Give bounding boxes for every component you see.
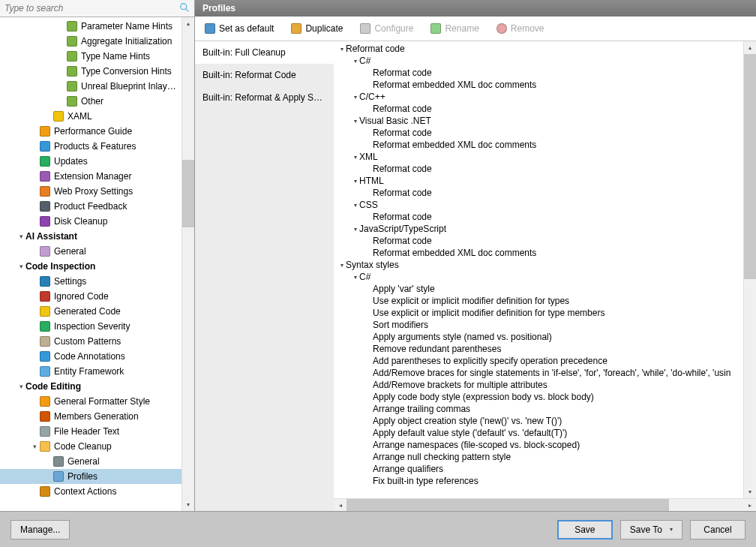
sidebar-item-label: Parameter Name Hints bbox=[81, 21, 178, 32]
duplicate-button[interactable]: Duplicate bbox=[287, 21, 346, 36]
details-row[interactable]: Add/Remove braces for single statements … bbox=[334, 367, 743, 379]
scroll-up-arrow[interactable]: ▴ bbox=[744, 41, 756, 54]
details-row[interactable]: ▾C# bbox=[334, 55, 743, 67]
details-row[interactable]: Apply arguments style (named vs. positio… bbox=[334, 331, 743, 343]
sidebar-item[interactable]: Generated Code bbox=[0, 304, 182, 319]
details-row[interactable]: ▾Visual Basic .NET bbox=[334, 115, 743, 127]
sidebar-item[interactable]: ▾AI Assistant bbox=[0, 229, 182, 244]
sidebar-item[interactable]: Extension Manager bbox=[0, 169, 182, 184]
sidebar-item[interactable]: Parameter Name Hints bbox=[0, 19, 182, 34]
sidebar-item[interactable]: Custom Patterns bbox=[0, 334, 182, 349]
sidebar-scrollbar[interactable]: ▴ ▾ bbox=[182, 17, 194, 511]
sidebar-item[interactable]: Entity Framework bbox=[0, 364, 182, 379]
sidebar-item[interactable]: Products & Features bbox=[0, 139, 182, 154]
details-row[interactable]: Reformat code bbox=[334, 127, 743, 139]
scroll-up-arrow[interactable]: ▴ bbox=[182, 17, 194, 30]
annot-icon bbox=[39, 350, 51, 362]
details-row[interactable]: Apply object creation style ('new()' vs.… bbox=[334, 415, 743, 427]
sidebar-item[interactable]: ▾Code Inspection bbox=[0, 259, 182, 274]
sidebar-item[interactable]: Web Proxy Settings bbox=[0, 184, 182, 199]
file-icon bbox=[52, 110, 64, 122]
sidebar-item[interactable]: Other bbox=[0, 94, 182, 109]
details-row[interactable]: Apply default value style ('default' vs.… bbox=[334, 427, 743, 439]
sidebar-item[interactable]: General bbox=[0, 244, 182, 259]
details-row[interactable]: ▾C/C++ bbox=[334, 91, 743, 103]
details-row[interactable]: Reformat code bbox=[334, 235, 743, 247]
scroll-down-arrow[interactable]: ▾ bbox=[744, 485, 756, 498]
details-row[interactable]: Arrange trailing commas bbox=[334, 403, 743, 415]
sidebar-item[interactable]: Members Generation bbox=[0, 409, 182, 424]
details-row[interactable]: Reformat code bbox=[334, 163, 743, 175]
details-vscrollbar[interactable]: ▴ ▾ bbox=[743, 41, 756, 498]
wrench-icon bbox=[52, 455, 64, 467]
profile-item[interactable]: Built-in: Full Cleanup bbox=[195, 41, 334, 64]
sidebar-item[interactable]: Unreal Blueprint Inlay Hints bbox=[0, 79, 182, 94]
sidebar-item[interactable]: Product Feedback bbox=[0, 199, 182, 214]
search-input[interactable] bbox=[0, 0, 194, 17]
details-row[interactable]: Reformat code bbox=[334, 103, 743, 115]
sidebar-item[interactable]: Performance Guide bbox=[0, 124, 182, 139]
sidebar-item[interactable]: XAML bbox=[0, 109, 182, 124]
profile-item[interactable]: Built-in: Reformat Code bbox=[195, 64, 334, 86]
scrollbar-thumb[interactable] bbox=[182, 160, 194, 227]
details-row[interactable]: Arrange qualifiers bbox=[334, 463, 743, 475]
profile-item[interactable]: Built-in: Reformat & Apply Syn... bbox=[195, 86, 334, 109]
cancel-button[interactable]: Cancel bbox=[690, 520, 746, 539]
sidebar-item[interactable]: Code Annotations bbox=[0, 349, 182, 364]
sidebar-item[interactable]: File Header Text bbox=[0, 424, 182, 439]
details-row[interactable]: Use explicit or implicit modifier defini… bbox=[334, 307, 743, 319]
sidebar-item[interactable]: Type Conversion Hints bbox=[0, 64, 182, 79]
details-row[interactable]: Sort modifiers bbox=[334, 319, 743, 331]
sidebar-item[interactable]: Inspection Severity bbox=[0, 319, 182, 334]
manage-button[interactable]: Manage... bbox=[10, 520, 70, 539]
details-row[interactable]: Arrange null checking pattern style bbox=[334, 451, 743, 463]
details-row[interactable]: Remove redundant parentheses bbox=[334, 343, 743, 355]
details-row[interactable]: Apply code body style (expression body v… bbox=[334, 391, 743, 403]
details-row[interactable]: ▾XML bbox=[334, 151, 743, 163]
details-hscrollbar[interactable]: ◂ ▸ bbox=[334, 498, 756, 511]
details-row[interactable]: Reformat code bbox=[334, 211, 743, 223]
sidebar-item[interactable]: General bbox=[0, 454, 182, 469]
details-row[interactable]: Reformat embedded XML doc comments bbox=[334, 247, 743, 259]
scroll-down-arrow[interactable]: ▾ bbox=[182, 498, 194, 511]
details-row-label: Reformat code bbox=[373, 236, 432, 246]
sidebar-item[interactable]: ▾Code Editing bbox=[0, 379, 182, 394]
sidebar-item[interactable]: Settings bbox=[0, 274, 182, 289]
sidebar-item[interactable]: General Formatter Style bbox=[0, 394, 182, 409]
sidebar-item[interactable]: Context Actions bbox=[0, 484, 182, 499]
scrollbar-thumb[interactable] bbox=[744, 54, 756, 279]
gear-icon bbox=[359, 23, 371, 35]
set-default-button[interactable]: Set as default bbox=[201, 21, 277, 36]
details-row[interactable]: Reformat embedded XML doc comments bbox=[334, 79, 743, 91]
details-row[interactable]: ▾CSS bbox=[334, 199, 743, 211]
scroll-left-arrow[interactable]: ◂ bbox=[334, 499, 346, 511]
details-row[interactable]: Reformat code bbox=[334, 187, 743, 199]
details-row[interactable]: Apply 'var' style bbox=[334, 283, 743, 295]
sidebar-item[interactable]: Profiles bbox=[0, 469, 182, 484]
details-row[interactable]: ▾JavaScript/TypeScript bbox=[334, 223, 743, 235]
scrollbar-thumb[interactable] bbox=[346, 499, 669, 511]
details-row[interactable]: Fix built-in type references bbox=[334, 475, 743, 487]
save-to-button[interactable]: Save To ▾ bbox=[620, 520, 682, 539]
details-row[interactable]: ▾HTML bbox=[334, 175, 743, 187]
sidebar-item[interactable]: Disk Cleanup bbox=[0, 214, 182, 229]
sidebar-item[interactable]: Type Name Hints bbox=[0, 49, 182, 64]
sidebar-item-label: Code Inspection bbox=[26, 261, 178, 272]
sidebar-item[interactable]: Updates bbox=[0, 154, 182, 169]
details-row[interactable]: Reformat code bbox=[334, 67, 743, 79]
sidebar-item[interactable]: Aggregate Initialization bbox=[0, 34, 182, 49]
sidebar-item[interactable]: Ignored Code bbox=[0, 289, 182, 304]
details-row[interactable]: Arrange namespaces (file-scoped vs. bloc… bbox=[334, 439, 743, 451]
details-row[interactable]: ▾Reformat code bbox=[334, 43, 743, 55]
details-row[interactable]: Add parentheses to explicitly specify op… bbox=[334, 355, 743, 367]
sidebar-item[interactable]: ▾Code Cleanup bbox=[0, 439, 182, 454]
details-row[interactable]: Use explicit or implicit modifier defini… bbox=[334, 295, 743, 307]
details-row[interactable]: Reformat embedded XML doc comments bbox=[334, 139, 743, 151]
caret-icon: ▾ bbox=[16, 383, 26, 390]
details-row[interactable]: Add/Remove brackets for multiple attribu… bbox=[334, 379, 743, 391]
patterns-icon bbox=[39, 335, 51, 347]
scroll-right-arrow[interactable]: ▸ bbox=[743, 499, 756, 511]
details-row[interactable]: ▾Syntax styles bbox=[334, 259, 743, 271]
details-row[interactable]: ▾C# bbox=[334, 271, 743, 283]
save-button[interactable]: Save bbox=[557, 520, 613, 539]
